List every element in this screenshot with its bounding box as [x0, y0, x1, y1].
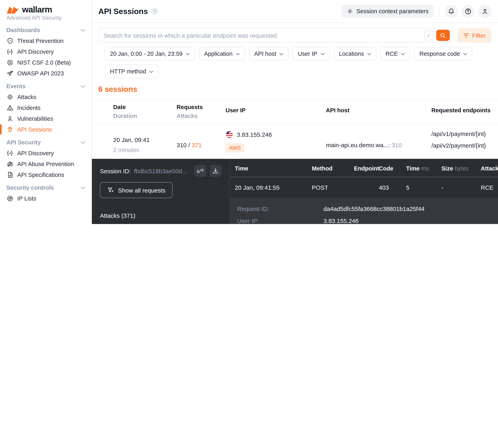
sidebar-item-label: Incidents: [17, 104, 41, 111]
requested-endpoint: /api/v1/payment/{int}: [432, 131, 498, 137]
chip-label: RCE: [386, 50, 398, 57]
session-row[interactable]: 20 Jan, 09:41 2 minutes 310 / 371 3.83.1…: [92, 124, 498, 159]
search-box: /: [98, 28, 452, 43]
sidebar-item-api-discovery-2[interactable]: API Discovery: [0, 148, 91, 159]
request-id-label: Request ID:: [237, 205, 323, 212]
request-row[interactable]: 20 Jan, 09:41:55 POST 403 5 - RCE: [230, 177, 498, 198]
col-attack[interactable]: Attack…: [481, 165, 498, 172]
session-attacks-count: 371: [192, 141, 202, 148]
col-time-ms-label: Time: [406, 165, 419, 172]
chip-label: HTTP method: [110, 68, 146, 75]
section-security-controls[interactable]: Security controls: [0, 180, 91, 193]
biohazard-icon: [6, 115, 13, 122]
filter-chip-user-ip[interactable]: User IP: [293, 47, 330, 61]
col-api-host[interactable]: API host: [326, 104, 432, 119]
sidebar-item-vulnerabilities[interactable]: Vulnerabilities: [0, 113, 91, 124]
sidebar-item-label: Attacks: [17, 94, 36, 100]
section-label: Security controls: [6, 185, 54, 191]
chevron-down-icon: [81, 186, 85, 189]
attacks-group-title: Attacks (371): [100, 212, 221, 219]
session-detail-panel: Session ID: fbdbc518b3ae50d... Show all …: [92, 159, 498, 224]
session-host-count: 310: [392, 141, 402, 148]
sidebar-item-api-abuse-prevention[interactable]: API Abuse Prevention: [0, 159, 91, 169]
col-requests[interactable]: Requests: [177, 104, 226, 110]
sidebar-item-nist-csf[interactable]: NIST CSF 2.0 (Beta): [0, 57, 91, 68]
filter-button[interactable]: Filter: [457, 28, 492, 43]
sidebar-item-owasp-api[interactable]: OWASP API 2023: [0, 68, 91, 79]
page-title: API Sessions: [98, 7, 148, 16]
chevron-down-icon: [236, 53, 240, 55]
user-ip-label: User IP:: [237, 217, 323, 224]
request-size: -: [441, 184, 481, 191]
shield-bolt-icon: [6, 37, 13, 44]
col-duration[interactable]: Duration: [113, 113, 177, 119]
session-context-parameters-button[interactable]: Session context parameters: [342, 5, 434, 18]
request-attack: RCE: [481, 184, 498, 191]
filter-chip-locations[interactable]: Locations: [334, 47, 376, 61]
braces-check-icon: [6, 150, 13, 156]
col-date[interactable]: Date: [113, 104, 177, 110]
chip-label: Response code: [419, 50, 460, 57]
search-button[interactable]: [436, 30, 450, 41]
filter-button-label: Filter: [472, 32, 485, 39]
sidebar-item-label: Threat Prevention: [17, 37, 64, 44]
topbar: API Sessions ? Session context parameter…: [92, 0, 498, 23]
download-button[interactable]: [210, 165, 221, 177]
sidebar-item-api-sessions[interactable]: API Sessions: [0, 124, 91, 135]
app-window: wallarm Advanced API Security Dashboards…: [0, 0, 498, 224]
request-code: 403: [379, 184, 406, 191]
gear-icon: [347, 8, 353, 15]
filter-chip-http-method[interactable]: HTTP method: [105, 64, 159, 78]
session-id-label: Session ID:: [100, 167, 131, 174]
col-time-ms[interactable]: Time ms: [406, 165, 441, 172]
chip-label: Locations: [339, 50, 364, 57]
session-user-ip[interactable]: 3.83.155.246: [237, 131, 272, 138]
filter-chip-application[interactable]: Application: [199, 47, 245, 61]
chip-label: User IP: [298, 50, 317, 57]
show-all-requests-button[interactable]: Show all requests: [100, 182, 173, 198]
section-api-security[interactable]: API Security: [0, 135, 91, 148]
sidebar: wallarm Advanced API Security Dashboards…: [0, 0, 92, 224]
sidebar-item-attacks[interactable]: Attacks: [0, 91, 91, 102]
sidebar-item-incidents[interactable]: Incidents: [0, 102, 91, 113]
sidebar-item-threat-prevention[interactable]: Threat Prevention: [0, 35, 91, 46]
chevron-down-icon: [149, 70, 153, 73]
sidebar-item-ip-lists[interactable]: IP Lists: [0, 193, 91, 204]
chip-label: API host: [254, 50, 276, 57]
filter-chip-api-host[interactable]: API host: [249, 47, 289, 61]
section-dashboards[interactable]: Dashboards: [0, 22, 91, 35]
copy-link-button[interactable]: [194, 165, 206, 177]
col-endpoint[interactable]: Endpoint: [354, 165, 379, 172]
title-help-icon[interactable]: ?: [151, 8, 158, 15]
braces-check-icon: [6, 48, 13, 55]
section-events[interactable]: Events: [0, 79, 91, 91]
chevron-down-icon: [463, 53, 467, 55]
search-input[interactable]: [103, 32, 424, 39]
filter-chip-date-range[interactable]: 20 Jan, 0:00 - 20 Jan, 23:59: [105, 47, 195, 61]
sidebar-item-api-discovery[interactable]: API Discovery: [0, 46, 91, 57]
notifications-bell-icon[interactable]: [445, 5, 458, 18]
col-endpoints[interactable]: Requested endpoints: [432, 104, 498, 119]
brand-subtitle: Advanced API Security: [0, 15, 91, 22]
col-attacks[interactable]: Attacks: [177, 113, 226, 119]
col-method[interactable]: Method: [312, 165, 354, 172]
col-code[interactable]: Code: [379, 165, 406, 172]
filter-chip-response-code[interactable]: Response code: [414, 47, 473, 61]
col-time-ms-unit: ms: [421, 165, 429, 172]
sidebar-item-label: API Abuse Prevention: [17, 161, 74, 167]
section-label: Dashboards: [6, 27, 40, 33]
col-time[interactable]: Time: [235, 165, 312, 172]
aws-badge[interactable]: AWS: [226, 143, 244, 152]
chevron-down-icon: [280, 53, 283, 55]
sidebar-item-label: API Specifications: [17, 172, 64, 178]
col-user-ip[interactable]: User IP: [226, 104, 326, 119]
col-size[interactable]: Size bytes: [441, 165, 481, 172]
main-content: API Sessions ? Session context parameter…: [92, 0, 498, 224]
help-icon[interactable]: [462, 5, 475, 18]
sidebar-item-api-specifications[interactable]: API Specifications: [0, 169, 91, 180]
user-account-icon[interactable]: [478, 5, 492, 18]
link-icon: [197, 168, 203, 174]
requested-endpoint: /api/v2/payment/{int}: [432, 142, 498, 148]
filter-chip-rce[interactable]: RCE: [381, 47, 410, 61]
request-time: 20 Jan, 09:41:55: [235, 184, 312, 191]
